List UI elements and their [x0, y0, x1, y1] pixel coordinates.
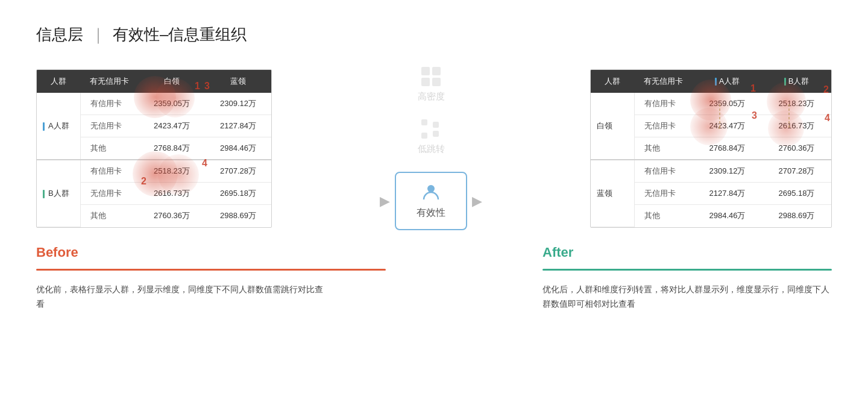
after-title: After: [542, 245, 832, 260]
after-desc: 优化后，人群和维度行列转置，将对比人群显示列，维度显示行，同维度下人群数值即可相…: [542, 283, 832, 312]
high-density-concept: 高密度: [418, 67, 445, 102]
after-col-header-group: 人群: [591, 70, 634, 93]
before-table: 人群 有无信用卡 白领 蓝领 A人群 有信用卡: [36, 69, 272, 228]
col-header-white: 白领: [139, 70, 205, 93]
main-content: 人群 有无信用卡 白领 蓝领 A人群 有信用卡: [36, 67, 832, 230]
high-density-label: 高密度: [418, 91, 445, 102]
table-row: 蓝领 有信用卡 2309.12万 2707.28万: [591, 160, 831, 183]
below-descriptions: Before 优化前，表格行显示人群，列显示维度，同维度下不同人群数值需跳行对比…: [36, 245, 832, 312]
low-jump-concept: 低跳转: [418, 119, 445, 155]
after-col-header-b: B人群: [762, 70, 831, 93]
effectiveness-box: 有效性: [395, 172, 467, 230]
right-arrow: ▶: [472, 193, 482, 209]
left-arrow: ▶: [380, 193, 390, 209]
after-col-header-credit: 有无信用卡: [634, 70, 693, 93]
table-row: B人群 有信用卡 2518.23万 2 4: [37, 160, 271, 183]
before-line: [36, 269, 386, 271]
col-header-group: 人群: [37, 70, 80, 93]
page-title: 信息层 ｜ 有效性–信息重组织: [36, 24, 832, 45]
before-desc: 优化前，表格行显示人群，列显示维度，同维度下不同人群数值需跳行对比查看: [36, 283, 326, 312]
after-col-header-a: A人群: [693, 70, 762, 93]
svg-point-0: [427, 185, 435, 192]
before-title: Before: [36, 245, 386, 260]
after-table: 人群 有无信用卡 A人群 B人群 白领 有信用卡: [590, 69, 832, 228]
table-row: 白领 有信用卡 2359.05万 1 2518.23万 2: [591, 93, 831, 115]
col-header-credit: 有无信用卡: [80, 70, 139, 93]
before-description: Before 优化前，表格行显示人群，列显示维度，同维度下不同人群数值需跳行对比…: [36, 245, 386, 312]
person-icon: [421, 183, 441, 202]
middle-section: 高密度 低跳转 ▶: [272, 67, 590, 230]
col-header-blue: 蓝领: [205, 70, 271, 93]
low-jump-label: 低跳转: [418, 143, 445, 155]
after-description: After 优化后，人群和维度行列转置，将对比人群显示列，维度显示行，同维度下人…: [542, 245, 832, 312]
effectiveness-label: 有效性: [417, 207, 445, 219]
after-line: [542, 269, 832, 271]
table-row: A人群 有信用卡 2359.05万 1 3: [37, 93, 271, 115]
